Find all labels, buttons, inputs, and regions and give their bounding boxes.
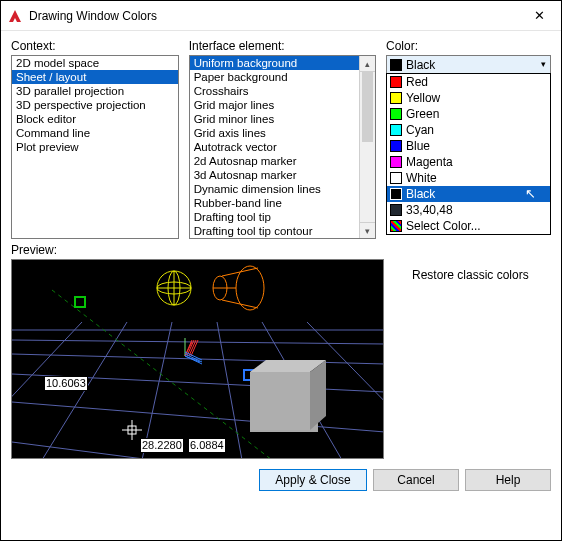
drafting-tooltip: 28.2280 xyxy=(140,438,184,453)
svg-point-19 xyxy=(236,266,264,310)
interface-item[interactable]: Rubber-band line xyxy=(190,196,359,210)
swatch-icon xyxy=(390,172,402,184)
context-item[interactable]: 2D model space xyxy=(12,56,178,70)
interface-item[interactable]: Drafting tool tip xyxy=(190,210,359,224)
color-option-yellow[interactable]: Yellow xyxy=(387,90,550,106)
interface-item[interactable]: Grid axis lines xyxy=(190,126,359,140)
svg-marker-30 xyxy=(310,360,326,430)
drafting-tooltip: 6.0884 xyxy=(188,438,226,453)
app-logo-icon xyxy=(7,8,23,24)
swatch-icon xyxy=(390,188,402,200)
interface-item[interactable]: Uniform background xyxy=(190,56,359,70)
color-option-cyan[interactable]: Cyan xyxy=(387,122,550,138)
context-item[interactable]: Command line xyxy=(12,126,178,140)
svg-line-20 xyxy=(222,268,258,276)
swatch-icon xyxy=(390,156,402,168)
interface-scrollbar[interactable]: ▴ ▾ xyxy=(359,56,375,238)
swatch-icon xyxy=(390,92,402,104)
combo-swatch-icon xyxy=(390,59,402,71)
interface-item[interactable]: Grid minor lines xyxy=(190,112,359,126)
svg-line-12 xyxy=(52,290,272,459)
interface-item[interactable]: Drafting tool tip contour xyxy=(190,224,359,238)
cube-shape-icon xyxy=(250,372,318,432)
context-item[interactable]: 3D parallel projection xyxy=(12,84,178,98)
color-option-dark[interactable]: 33,40,48 xyxy=(387,202,550,218)
swatch-icon xyxy=(390,76,402,88)
window-title: Drawing Window Colors xyxy=(29,9,526,23)
color-dropdown[interactable]: Red Yellow Green Cyan Blue Magenta White… xyxy=(386,73,551,235)
swatch-icon xyxy=(390,204,402,216)
combo-selected-label: Black xyxy=(406,58,435,72)
interface-item[interactable]: Grid major lines xyxy=(190,98,359,112)
interface-item[interactable]: 2d Autosnap marker xyxy=(190,154,359,168)
marker-icon xyxy=(74,296,86,308)
interface-item[interactable]: Autotrack vector xyxy=(190,140,359,154)
interface-item[interactable]: Crosshairs xyxy=(190,84,359,98)
context-item[interactable]: Plot preview xyxy=(12,140,178,154)
color-option-black[interactable]: Black ↖ xyxy=(387,186,550,202)
content-area: Context: 2D model space Sheet / layout 3… xyxy=(1,31,561,540)
crosshair-icon xyxy=(122,420,142,443)
swatch-icon xyxy=(390,220,402,232)
preview-label: Preview: xyxy=(11,243,551,257)
interface-listbox[interactable]: Uniform background Paper background Cros… xyxy=(189,55,376,239)
drafting-tooltip: 10.6063 xyxy=(44,376,88,391)
color-option-blue[interactable]: Blue xyxy=(387,138,550,154)
color-option-red[interactable]: Red xyxy=(387,74,550,90)
swatch-icon xyxy=(390,108,402,120)
context-item[interactable]: Block editor xyxy=(12,112,178,126)
preview-pane: 10.6063 28.2280 6.0884 xyxy=(11,259,384,459)
context-listbox[interactable]: 2D model space Sheet / layout 3D paralle… xyxy=(11,55,179,239)
scroll-up-icon[interactable]: ▴ xyxy=(360,56,375,72)
interface-item[interactable]: Dynamic dimension lines xyxy=(190,182,359,196)
interface-item[interactable]: 3d Autosnap marker xyxy=(190,168,359,182)
color-label: Color: xyxy=(386,39,551,53)
close-button[interactable]: ✕ xyxy=(526,4,553,27)
interface-label: Interface element: xyxy=(189,39,376,53)
svg-rect-31 xyxy=(250,372,310,430)
context-label: Context: xyxy=(11,39,179,53)
dialog-window: Drawing Window Colors ✕ Context: 2D mode… xyxy=(0,0,562,541)
scroll-thumb[interactable] xyxy=(362,72,373,142)
context-item[interactable]: 3D perspective projection xyxy=(12,98,178,112)
context-item[interactable]: Sheet / layout xyxy=(12,70,178,84)
restore-classic-visible-label: Restore classic colors xyxy=(412,268,529,282)
color-combobox[interactable]: Black ▾ xyxy=(386,55,551,75)
scroll-down-icon[interactable]: ▾ xyxy=(360,222,375,238)
swatch-icon xyxy=(390,124,402,136)
swatch-icon xyxy=(390,140,402,152)
interface-item[interactable]: Paper background xyxy=(190,70,359,84)
color-option-select[interactable]: Select Color... xyxy=(387,218,550,234)
color-option-white[interactable]: White xyxy=(387,170,550,186)
svg-line-21 xyxy=(222,300,258,308)
cancel-button[interactable]: Cancel xyxy=(373,469,459,491)
chevron-down-icon: ▾ xyxy=(541,59,546,69)
titlebar: Drawing Window Colors ✕ xyxy=(1,1,561,31)
apply-close-button[interactable]: Apply & Close xyxy=(259,469,367,491)
cursor-icon: ↖ xyxy=(525,186,536,202)
dialog-footer: Apply & Close Cancel Help xyxy=(11,459,551,491)
help-button[interactable]: Help xyxy=(465,469,551,491)
color-option-magenta[interactable]: Magenta xyxy=(387,154,550,170)
color-option-green[interactable]: Green xyxy=(387,106,550,122)
